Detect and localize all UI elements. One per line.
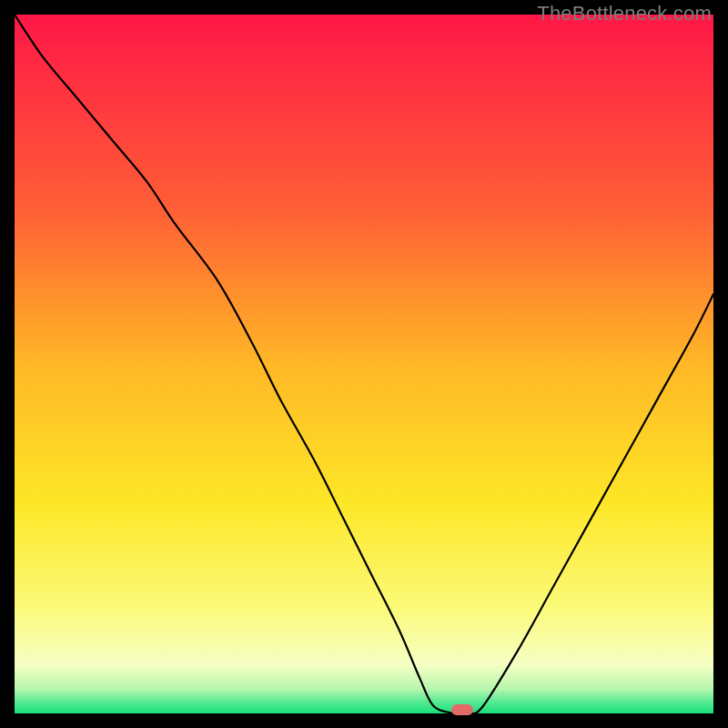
plot-area (15, 15, 713, 713)
optimum-marker (451, 704, 473, 715)
watermark-text: TheBottleneck.com (537, 2, 712, 25)
chart-frame: TheBottleneck.com (0, 0, 728, 728)
bottleneck-curve (15, 15, 713, 713)
